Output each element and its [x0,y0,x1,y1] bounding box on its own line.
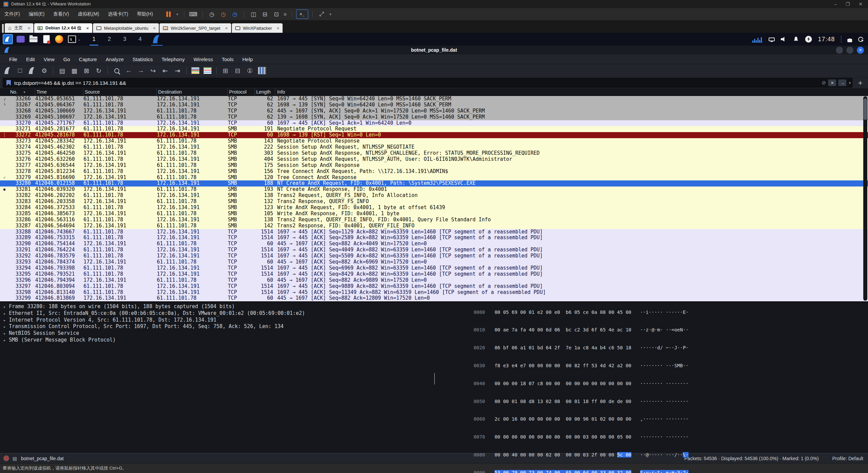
packet-row[interactable]: 33278 412045.812234 61.111.101.78 172.16… [0,169,868,175]
column-destination[interactable]: Destination [157,88,228,96]
save-file-icon[interactable]: ▦ [69,66,80,76]
display-filter-input[interactable]: tcp.dstport==445 && ip.dst == 172.16.134… [3,78,852,88]
packet-row[interactable]: 33282 412046.202202 61.111.101.78 172.16… [0,193,868,199]
expand-arrow-icon[interactable]: ▸ [3,331,6,336]
workspace-3[interactable]: 3 [121,34,128,44]
separator[interactable] [107,67,108,74]
zoom-100-icon[interactable]: ① [244,66,256,76]
pause-dropdown-icon[interactable]: ▾ [175,10,180,19]
tab-debian[interactable]: Debian 12.x 64 位 × [34,23,92,33]
hex-row[interactable]: 001000 ae 7a fa 40 00 6d 06 bc c2 3d 6f … [439,321,689,339]
autoscroll-icon[interactable] [202,66,213,76]
go-last-icon[interactable]: ⇥ [172,66,183,76]
separator[interactable] [53,67,53,74]
minimize-button[interactable]: – [834,1,837,7]
packet-row[interactable]: 33275 412045.464250 172.16.134.191 61.11… [0,150,868,156]
cpu-graph-icon[interactable] [752,36,763,43]
send-ctrl-alt-del-icon[interactable]: ⌨ [188,10,198,19]
packet-row[interactable]: ┌ 33266 412045.053651 61.111.101.78 172.… [0,96,868,102]
detail-line[interactable]: ▸Ethernet II, Src: EntradaN_05:ce:0a (00… [0,310,429,317]
hex-row[interactable]: 002086 bf 06 a1 01 bd 64 2f 7e 1a c8 4a … [439,339,689,357]
console-view-button[interactable]: >_ [296,9,308,19]
close-file-icon[interactable]: ⊠ [81,66,92,76]
packet-row[interactable]: 33296 412046.794394 172.16.134.191 61.11… [0,277,868,283]
detail-line[interactable]: ▸Transmission Control Protocol, Src Port… [0,323,429,330]
packet-row[interactable]: 33285 412046.385673 172.16.134.191 61.11… [0,211,868,217]
expand-arrow-icon[interactable]: ▸ [3,318,6,323]
tab-pin-strip[interactable] [2,24,4,33]
close-button[interactable]: ✕ [859,1,863,7]
go-first-icon[interactable]: ⇤ [160,66,171,76]
packet-row[interactable]: 33293 412046.784374 172.16.134.191 61.11… [0,259,868,265]
detail-line[interactable]: ▸NetBIOS Session Service [0,330,429,337]
manage-snapshots-icon[interactable]: ◷ [230,10,240,19]
vmware-menu-item[interactable]: 编辑(E) [24,11,49,17]
volume-icon[interactable] [781,36,787,42]
unity-mode-icon[interactable]: ⊠ [283,10,288,19]
fullscreen-icon[interactable]: ⊡ [271,10,282,19]
stretch-dropdown-icon[interactable]: ▾ [328,10,333,19]
files-icon[interactable] [28,34,39,44]
tab-win2kserver[interactable]: Win2kServer_SP0_target × [160,23,231,33]
wireshark-menu-item[interactable]: Statistics [128,56,157,62]
expand-arrow-icon[interactable]: ▸ [3,324,6,329]
packet-row[interactable]: 33271 412045.281677 61.111.101.78 172.16… [0,126,868,132]
column-info[interactable]: Info [275,88,868,96]
window-minimize-button[interactable] [836,47,843,54]
workspace-2[interactable]: 2 [106,34,113,44]
packet-list-scrollbar[interactable] [863,96,867,301]
packet-row[interactable]: ┆ 33272 412045.281678 61.111.101.78 172.… [0,132,868,138]
wireshark-menu-item[interactable]: Wireless [189,56,217,62]
separator[interactable] [292,11,292,18]
vmware-menu-item[interactable]: 文件(F) [0,11,24,17]
separator[interactable] [244,11,244,18]
expand-arrow-icon[interactable]: ▸ [3,338,6,343]
filter-text[interactable]: tcp.dstport==445 && ip.dst == 172.16.134… [14,80,820,86]
window-maximize-button[interactable] [846,47,853,54]
firefox-icon[interactable] [54,34,64,44]
packet-row[interactable]: 33273 412045.283342 172.16.134.191 61.11… [0,138,868,144]
packet-row[interactable]: 33277 412045.636544 172.16.134.191 61.11… [0,163,868,169]
packet-row[interactable]: 33291 412046.764224 61.111.101.78 172.16… [0,247,868,253]
wireshark-menu-item[interactable]: Go [59,56,74,62]
packet-row[interactable]: 33284 412046.372533 61.111.101.78 172.16… [0,205,868,211]
filter-clear-icon[interactable]: ⊘ [822,80,826,86]
packet-row[interactable]: 33286 412046.563116 61.111.101.78 172.16… [0,217,868,223]
stop-capture-icon[interactable]: □ [14,66,26,76]
packet-row[interactable]: 33289 412046.753315 61.111.101.78 172.16… [0,235,868,241]
separator[interactable] [312,11,313,18]
column-time[interactable]: Time [35,88,83,96]
wireshark-menu-item[interactable]: File [5,56,22,62]
packet-row[interactable]: 33287 412046.564694 172.16.134.191 61.11… [0,223,868,229]
separator[interactable] [186,67,187,74]
wireshark-menu-item[interactable]: Tools [217,56,238,62]
detail-line[interactable]: ▸Frame 33280: 188 bytes on wire (1504 bi… [0,303,429,310]
wireshark-menu-item[interactable]: Analyze [101,56,128,62]
vmware-menu-item[interactable]: 虚拟机(M) [73,11,103,17]
hex-row[interactable]: 008000 00 40 00 00 00 02 00 00 00 03 2f … [439,446,689,464]
wireshark-taskbar-icon[interactable] [152,35,161,44]
reload-file-icon[interactable]: ↻ [93,66,104,76]
column-no[interactable]: No.▾ [0,88,35,96]
pause-button[interactable] [164,10,174,19]
hex-row[interactable]: 00602c 00 16 00 00 00 00 00 00 00 96 01 … [439,410,689,428]
wireshark-menu-item[interactable]: Telephony [157,56,189,62]
packet-row[interactable]: 33276 412045.632260 61.111.101.78 172.16… [0,156,868,163]
tab-metasploitable[interactable]: Metasploitable_ubuntu × [93,23,159,33]
go-to-packet-icon[interactable]: ↪ [147,66,159,76]
hex-row[interactable]: 009053 00 79 00 73 00 74 00 65 00 6d 00 … [439,464,689,473]
wireshark-menu-item[interactable]: View [39,56,59,62]
close-tab-icon[interactable]: × [153,26,156,31]
packet-row[interactable]: 33270 412045.271767 61.111.101.78 172.16… [0,120,868,126]
maximize-button[interactable]: ❐ [846,1,850,7]
display-icon[interactable] [16,34,26,44]
column-source[interactable]: Source [83,88,157,96]
notifications-icon[interactable] [793,36,799,42]
packet-row[interactable]: 33268 412045.100669 172.16.134.191 61.11… [0,108,868,114]
hex-row[interactable]: 0030f8 e3 e4 e7 00 00 00 00 00 82 ff 53 … [439,357,689,375]
tab-winxpattacker[interactable]: WinXPattacker × [232,23,283,33]
close-tab-icon[interactable]: × [225,26,228,31]
go-back-icon[interactable]: ← [123,66,135,76]
hex-row[interactable]: 004000 00 00 18 07 c8 00 00 00 00 00 00 … [439,375,689,393]
detail-line[interactable]: ▸Internet Protocol Version 4, Src: 61.11… [0,317,429,324]
